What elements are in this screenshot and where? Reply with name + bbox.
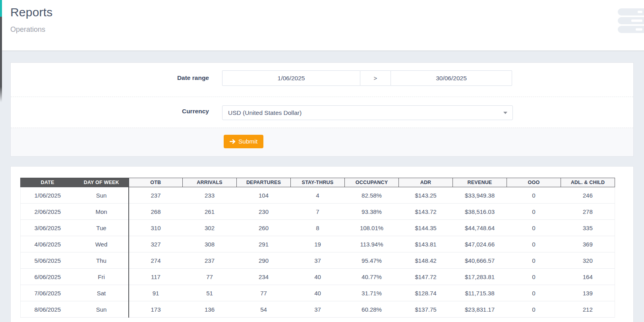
- cell-date: 6/06/2025: [21, 269, 75, 285]
- cell-occupancy: 82.58%: [345, 187, 399, 204]
- cell-stay-thrus: 7: [291, 204, 345, 220]
- cell-occupancy: 93.38%: [345, 204, 399, 220]
- cell-stay-thrus: 4: [291, 187, 345, 204]
- dropdown-caret-icon: [503, 112, 507, 114]
- cell-day-of-week: Wed: [75, 236, 129, 252]
- currency-row: Currency USD (United States Dollar): [11, 97, 633, 128]
- cell-otb: 327: [129, 236, 183, 252]
- cell-otb: 237: [129, 187, 183, 204]
- column-header-date: DATE: [21, 178, 75, 187]
- column-header-otb: OTB: [129, 178, 183, 187]
- top-right-nav-menu[interactable]: [618, 8, 644, 35]
- operations-report-table: DATEDAY OF WEEKOTBARRIVALSDEPARTURESSTAY…: [20, 178, 615, 318]
- cell-otb: 173: [129, 301, 183, 318]
- submit-button-label: Submit: [238, 138, 257, 145]
- nav-skeleton-item[interactable]: [618, 8, 644, 16]
- cell-revenue: $23,831.17: [453, 301, 507, 318]
- currency-selected-value: USD (United States Dollar): [228, 109, 302, 116]
- cell-revenue: $11,715.38: [453, 285, 507, 301]
- cell-stay-thrus: 37: [291, 301, 345, 318]
- cell-otb: 91: [129, 285, 183, 301]
- cell-adr: $147.72: [399, 269, 453, 285]
- cell-arrivals: 136: [183, 301, 237, 318]
- column-header-adl-child: ADL. & CHILD: [561, 178, 615, 187]
- cell-adl-child: 335: [561, 220, 615, 236]
- date-range-picker: >: [222, 70, 512, 86]
- cell-adl-child: 139: [561, 285, 615, 301]
- cell-day-of-week: Tue: [75, 220, 129, 236]
- cell-departures: 234: [237, 269, 291, 285]
- cell-ooo: 0: [507, 187, 561, 204]
- cell-departures: 290: [237, 252, 291, 269]
- currency-select[interactable]: USD (United States Dollar): [222, 105, 513, 120]
- cell-arrivals: 77: [183, 269, 237, 285]
- cell-adr: $143.81: [399, 236, 453, 252]
- cell-arrivals: 308: [183, 236, 237, 252]
- cell-departures: 291: [237, 236, 291, 252]
- cell-day-of-week: Thu: [75, 252, 129, 269]
- cell-adr: $143.72: [399, 204, 453, 220]
- cell-ooo: 0: [507, 252, 561, 269]
- cell-revenue: $44,748.64: [453, 220, 507, 236]
- cell-arrivals: 233: [183, 187, 237, 204]
- cell-adl-child: 164: [561, 269, 615, 285]
- cell-adl-child: 320: [561, 252, 615, 269]
- cell-date: 3/06/2025: [21, 220, 75, 236]
- cell-date: 8/06/2025: [21, 301, 75, 318]
- cell-revenue: $47,024.66: [453, 236, 507, 252]
- cell-departures: 77: [237, 285, 291, 301]
- table-row: 3/06/2025Tue3103022608108.01%$144.35$44,…: [21, 220, 615, 236]
- cell-occupancy: 108.01%: [345, 220, 399, 236]
- table-row: 5/06/2025Thu2742372903795.47%$148.42$40,…: [21, 252, 615, 269]
- cell-arrivals: 261: [183, 204, 237, 220]
- table-row: 1/06/2025Sun237233104482.58%$143.25$33,9…: [21, 187, 615, 204]
- cell-arrivals: 51: [183, 285, 237, 301]
- cell-revenue: $40,666.57: [453, 252, 507, 269]
- cell-date: 5/06/2025: [21, 252, 75, 269]
- cell-ooo: 0: [507, 220, 561, 236]
- cell-ooo: 0: [507, 269, 561, 285]
- cell-ooo: 0: [507, 236, 561, 252]
- cell-departures: 260: [237, 220, 291, 236]
- report-table-panel: DATEDAY OF WEEKOTBARRIVALSDEPARTURESSTAY…: [10, 166, 634, 322]
- end-date-input[interactable]: [391, 70, 512, 86]
- column-header-adr: ADR: [399, 178, 453, 187]
- nav-skeleton-item[interactable]: [618, 17, 644, 24]
- start-date-input[interactable]: [222, 70, 360, 86]
- nav-skeleton-bar-icon: [631, 19, 642, 22]
- cell-occupancy: 31.71%: [345, 285, 399, 301]
- cell-date: 1/06/2025: [21, 187, 75, 204]
- submit-button[interactable]: Submit: [224, 135, 263, 148]
- cell-adl-child: 246: [561, 187, 615, 204]
- date-range-row: Date range >: [11, 63, 633, 97]
- column-header-arrivals: ARRIVALS: [183, 178, 237, 187]
- cell-occupancy: 95.47%: [345, 252, 399, 269]
- cell-ooo: 0: [507, 301, 561, 318]
- cell-arrivals: 237: [183, 252, 237, 269]
- cell-date: 4/06/2025: [21, 236, 75, 252]
- column-header-stay-thrus: STAY-THRUS: [291, 178, 345, 187]
- cell-departures: 230: [237, 204, 291, 220]
- cell-ooo: 0: [507, 204, 561, 220]
- cell-stay-thrus: 40: [291, 285, 345, 301]
- cell-otb: 117: [129, 269, 183, 285]
- nav-skeleton-item[interactable]: [618, 26, 644, 33]
- cell-adr: $143.25: [399, 187, 453, 204]
- date-range-separator: >: [360, 70, 391, 86]
- filter-footer: Submit: [11, 128, 633, 156]
- nav-skeleton-bar-icon: [636, 28, 642, 31]
- cell-arrivals: 302: [183, 220, 237, 236]
- column-header-ooo: OOO: [507, 178, 561, 187]
- sidebar-edge-strip: [0, 17, 2, 102]
- cell-day-of-week: Mon: [75, 204, 129, 220]
- report-filter-panel: Date range > Currency USD (United States…: [10, 62, 634, 157]
- cell-otb: 268: [129, 204, 183, 220]
- cell-occupancy: 113.94%: [345, 236, 399, 252]
- table-header-row: DATEDAY OF WEEKOTBARRIVALSDEPARTURESSTAY…: [21, 178, 615, 187]
- page-subtitle: Operations: [10, 25, 45, 34]
- cell-day-of-week: Sun: [75, 301, 129, 318]
- column-header-day-of-week: DAY OF WEEK: [75, 178, 129, 187]
- cell-day-of-week: Sat: [75, 285, 129, 301]
- table-row: 7/06/2025Sat9151774031.71%$128.74$11,715…: [21, 285, 615, 301]
- chevron-right-icon: >: [374, 75, 377, 81]
